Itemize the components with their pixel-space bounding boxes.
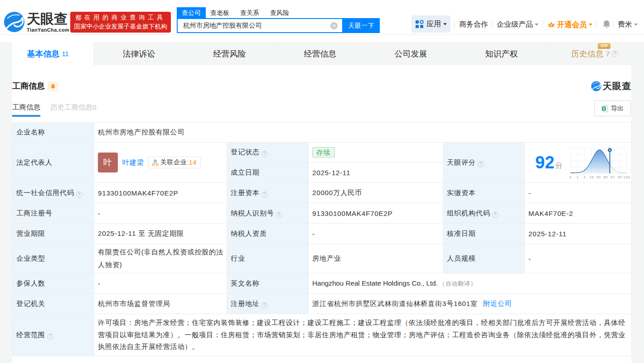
field-label: 注册地址?: [227, 294, 309, 314]
site-logo[interactable]: 天眼查 TianYanCha.com: [4, 11, 69, 33]
value-text: Hangzhou Real Estate Holdings Co., Ltd.: [312, 279, 438, 287]
help-icon[interactable]: ?: [261, 302, 268, 309]
field-label: 统一社会信用代码?: [13, 183, 94, 203]
field-label: 成立日期: [227, 162, 309, 183]
tab-history-info[interactable]: VIP 历史信息7 ?: [547, 42, 631, 65]
label-text: 企业名称: [16, 128, 45, 136]
label-text: 实缴资本: [447, 189, 476, 196]
help-icon[interactable]: ?: [261, 151, 268, 157]
value-text: 20000万人民币: [312, 189, 362, 196]
tab-intellectual-property[interactable]: 知识产权: [456, 42, 547, 65]
help-icon[interactable]: ?: [261, 191, 268, 198]
apps-menu[interactable]: 应用: [412, 15, 450, 33]
biz-cooperation-link[interactable]: 商务合作: [459, 20, 488, 29]
search-tab-company[interactable]: 查公司: [177, 7, 206, 18]
help-icon[interactable]: ?: [492, 212, 499, 218]
search-input[interactable]: [178, 22, 330, 29]
paid-capital-value: -: [525, 183, 632, 203]
field-label: 纳税人识别号?: [227, 203, 309, 224]
search-button[interactable]: 天眼一下: [343, 18, 380, 33]
divider: [454, 21, 455, 28]
notification-bell-icon[interactable]: [603, 20, 610, 29]
nearby-companies-link[interactable]: 附近公司: [483, 300, 512, 307]
vip-badge: VIP: [598, 43, 610, 49]
help-icon[interactable]: ?: [76, 191, 82, 198]
value-text: -: [98, 210, 101, 217]
chevron-down-icon: [634, 24, 638, 26]
label-text: 工商注册号: [16, 209, 53, 217]
field-label: 工商注册号: [13, 203, 94, 224]
logo-name-cn: 天眼查: [27, 12, 69, 26]
related-companies-count: 14: [189, 159, 197, 166]
svg-text:100: 100: [624, 175, 630, 179]
export-button[interactable]: 导出: [594, 100, 631, 116]
tab-basic-info[interactable]: 基本信息11: [12, 42, 94, 65]
tab-company-development[interactable]: 公司发展: [366, 42, 456, 65]
field-label: 企业名称: [13, 123, 94, 143]
value-text: 2025-12-11 至 无固定期限: [98, 229, 184, 237]
business-term-value: 2025-12-11 至 无固定期限: [94, 224, 227, 244]
label-text: 行业: [231, 254, 245, 262]
field-label: 英文名称: [227, 273, 309, 294]
search-tab-boss[interactable]: 查老板: [210, 7, 229, 18]
label-text: 法定代表人: [16, 158, 53, 166]
field-label: 登记状态?: [227, 143, 309, 162]
help-icon[interactable]: ?: [612, 51, 618, 57]
search-tab-relation[interactable]: 查关系: [240, 7, 259, 18]
table-row: 企业名称 杭州市房地产控股有限公司: [13, 123, 632, 143]
help-icon[interactable]: ?: [478, 161, 484, 167]
tab-operation-risk[interactable]: 经营风险: [184, 42, 275, 65]
help-icon[interactable]: ?: [276, 212, 282, 218]
excel-icon: [601, 105, 608, 112]
help-icon[interactable]: ?: [47, 334, 53, 340]
reg-number-value: -: [94, 203, 227, 224]
field-label: 法定代表人: [13, 143, 94, 183]
field-label: 经营范围?: [13, 314, 94, 356]
promo-line1: 都在用的商业查询工具: [70, 13, 171, 22]
approval-date-value: 2025-12-11: [525, 224, 632, 244]
tab-business-info[interactable]: 经营信息: [275, 42, 366, 65]
field-label: 注册资本?: [227, 183, 309, 203]
score-inner: 92 分 0131550859799100: [525, 144, 631, 181]
bell-icon: [50, 84, 56, 90]
legal-rep-link[interactable]: 叶建梁: [122, 158, 144, 167]
page-body: 基本信息11 法律诉讼 经营风险 经营信息 公司发展 知识产权 VIP 历史信息…: [0, 42, 644, 363]
search-tabs: 查公司 查老板 查关系 查风险: [177, 7, 380, 18]
search-tab-risk[interactable]: 查风险: [270, 7, 289, 18]
svg-text:15: 15: [590, 175, 594, 179]
related-companies-badge[interactable]: 关联企业 14: [148, 157, 201, 168]
value-text: 91330100MAK4F70E2P: [98, 189, 179, 197]
label-text: 英文名称: [231, 279, 260, 287]
field-label: 营业期限: [13, 224, 94, 244]
chevron-down-icon: [535, 24, 538, 26]
staff-size-value: -: [525, 244, 632, 273]
value-text: 2025-12-11: [528, 230, 567, 238]
search-module: 查公司 查老板 查关系 查风险 ✕ 天眼一下: [177, 7, 380, 33]
enterprise-products-menu[interactable]: 企业级产品: [497, 20, 538, 29]
label-text: 参保人数: [16, 279, 45, 287]
table-row: 工商注册号 - 纳税人识别号? 91330100MAK4F70E2P 组织机构代…: [13, 203, 632, 224]
value-text: -: [528, 255, 531, 263]
vip-upgrade-menu[interactable]: 开通会员: [547, 20, 592, 29]
chevron-down-icon: [443, 23, 447, 25]
avatar[interactable]: 叶: [98, 153, 118, 172]
value-text: 许可项目：房地产开发经营；住宅室内装饰装修；建设工程设计；建设工程施工；建设工程…: [98, 317, 628, 353]
value-text: 房地产业: [312, 254, 341, 262]
tab-count: 11: [62, 50, 68, 57]
reg-address-value: 浙江省杭州市拱墅区武林街道仙林桥直街3号1601室附近公司: [309, 294, 632, 314]
label-text: 组织机构代码: [447, 209, 490, 217]
subscribe-bell-button[interactable]: [48, 82, 58, 91]
company-type-value: 有限责任公司(非自然人投资或控股的法人独资): [94, 244, 227, 273]
auto-translate-note: （自动翻译）: [439, 280, 477, 287]
subtab-history-business-info[interactable]: 历史工商信息0: [50, 103, 97, 117]
svg-text:3: 3: [584, 175, 586, 179]
section-title: 工商信息: [12, 81, 45, 91]
tab-legal-litigation[interactable]: 法律诉讼: [94, 42, 184, 65]
legal-rep-cell: 叶 叶建梁 关联企业: [98, 153, 223, 172]
score-unit: 分: [555, 161, 563, 171]
taxpayer-quality-value: -: [309, 224, 443, 244]
user-menu[interactable]: 费米: [618, 20, 638, 29]
clear-icon[interactable]: ✕: [330, 22, 338, 29]
subtab-business-info[interactable]: 工商信息: [12, 103, 40, 117]
value-text: MAK4F70E-2: [528, 210, 573, 217]
